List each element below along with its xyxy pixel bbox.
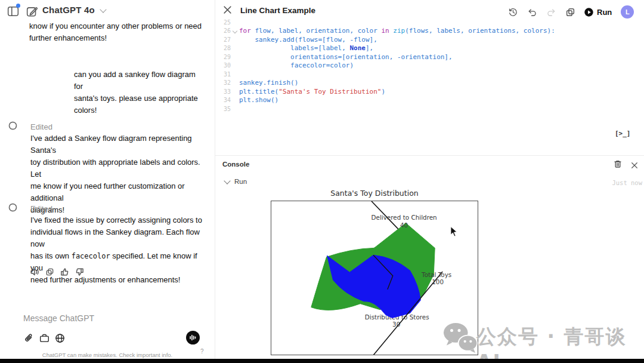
console-timestamp: Just now: [537, 179, 643, 186]
message-line: me know if you need further customizatio…: [30, 180, 206, 204]
message-line: I've fixed the issue by correctly assign…: [30, 214, 206, 226]
user-message: can you add a sankey flow diagram for sa…: [74, 69, 205, 116]
play-icon: [584, 8, 593, 17]
line-number: 34: [215, 97, 231, 103]
line-number: 29: [215, 54, 231, 60]
assistant-avatar: [8, 121, 18, 133]
code-text: plt.show(): [239, 96, 278, 104]
console-run-row[interactable]: Run: [225, 178, 247, 185]
message-line: toy distribution with appropriate labels…: [30, 156, 206, 180]
code-line[interactable]: 35: [215, 104, 633, 113]
user-avatar[interactable]: L: [621, 5, 634, 19]
code-text: sankey.add(flows=[flow, -flow],: [239, 36, 377, 44]
message-line: individual flows in the Sankey diagram. …: [30, 226, 206, 250]
message-actions: [30, 267, 84, 276]
app-window: ChatGPT 4o know if you encounter any oth…: [0, 0, 644, 363]
line-number: 27: [215, 36, 231, 43]
copy-icon[interactable]: [45, 267, 54, 276]
undo-icon[interactable]: [527, 7, 537, 17]
bottom-bar: [0, 359, 644, 363]
flow-value: 40: [400, 222, 408, 229]
history-icon[interactable]: [508, 7, 518, 17]
chat-panel: ChatGPT 4o know if you encounter any oth…: [0, 0, 215, 359]
inline-code: facecolor: [72, 252, 110, 260]
openai-logo-icon: [8, 121, 18, 131]
canvas-toolbar: Run L: [508, 5, 634, 19]
avatar-initial: L: [626, 8, 630, 16]
code-text: labels=[label, None],: [239, 44, 373, 52]
line-number: 32: [215, 79, 231, 86]
close-console-button[interactable]: [631, 161, 638, 171]
code-text: for flow, label, orientation, color in z…: [239, 27, 555, 35]
line-number: 33: [215, 88, 231, 95]
terminal-icon[interactable]: [>_]: [615, 130, 631, 137]
toolbox-icon[interactable]: [39, 333, 49, 343]
code-text: sankey.finish(): [239, 79, 298, 87]
new-chat-button[interactable]: [26, 5, 38, 20]
trash-icon: [614, 159, 622, 168]
code-text: plt.title("Santa's Toy Distribution"): [239, 88, 385, 96]
fold-chevron-icon[interactable]: [233, 29, 237, 33]
line-number: 28: [215, 45, 231, 51]
code-line[interactable]: 26for flow, label, orientation, color in…: [215, 27, 633, 36]
model-name: ChatGPT 4o: [42, 5, 95, 15]
message-line: can you add a sankey flow diagram for: [74, 69, 205, 93]
message-line: santa's toys. please use appropriate: [74, 93, 205, 104]
plot-title: Santa's Toy Distribution: [271, 189, 478, 198]
waveform-icon: [189, 334, 197, 342]
code-line[interactable]: 30 facecolor=color): [215, 61, 633, 70]
duplicate-icon[interactable]: [565, 7, 575, 17]
code-line[interactable]: 32sankey.finish(): [215, 79, 633, 88]
close-canvas-button[interactable]: [223, 5, 232, 17]
code-editor[interactable]: 2526for flow, label, orientation, color …: [215, 18, 633, 113]
assistant-avatar: [8, 202, 18, 215]
line-number: 31: [215, 71, 231, 78]
model-selector[interactable]: ChatGPT 4o: [42, 5, 106, 15]
assistant-message: I've added a Sankey flow diagram represe…: [30, 133, 206, 216]
globe-icon[interactable]: [55, 333, 65, 343]
chevron-down-icon: [224, 177, 230, 184]
edited-badge: Edited: [30, 121, 52, 133]
clear-console-button[interactable]: [614, 159, 622, 171]
openai-logo-icon: [8, 202, 18, 213]
message-input[interactable]: Message ChatGPT: [23, 313, 94, 323]
line-number: 26: [215, 27, 231, 34]
sidebar-toggle-button[interactable]: [7, 5, 19, 20]
console-divider: [215, 155, 644, 156]
message-line: know if you encounter any other problems…: [29, 20, 208, 32]
edited-badge: Edited: [30, 203, 52, 215]
thumbs-down-icon[interactable]: [75, 267, 84, 276]
notification-dot: [16, 4, 20, 8]
code-line[interactable]: 27 sankey.add(flows=[flow, -flow],: [215, 35, 633, 44]
composer-tools: [24, 333, 65, 343]
mouse-cursor: [451, 227, 457, 236]
flow-label: Delivered to Children: [371, 214, 437, 221]
code-line[interactable]: 33plt.title("Santa's Toy Distribution"): [215, 87, 633, 96]
close-icon: [631, 162, 638, 169]
flow-label: Total Toys: [421, 271, 451, 278]
compose-icon: [26, 5, 38, 17]
code-line[interactable]: 31: [215, 70, 633, 79]
thumbs-up-icon[interactable]: [60, 267, 69, 276]
disclaimer: ChatGPT can make mistakes. Check importa…: [0, 352, 215, 358]
code-line[interactable]: 34plt.show(): [215, 96, 633, 105]
read-aloud-icon[interactable]: [30, 267, 39, 276]
code-line[interactable]: 25: [215, 18, 633, 27]
line-number: 35: [215, 106, 231, 112]
code-text: facecolor=color): [239, 61, 354, 69]
canvas-title: Line Chart Example: [240, 6, 315, 15]
redo-icon[interactable]: [546, 7, 556, 17]
attach-icon[interactable]: [24, 333, 34, 343]
line-number: 30: [215, 62, 231, 69]
message-line: further enhancements!: [29, 32, 208, 44]
run-button[interactable]: Run: [584, 8, 612, 17]
assistant-message-tail: know if you encounter any other problems…: [29, 20, 208, 44]
message-line: colors!: [74, 104, 205, 116]
code-line[interactable]: 29 orientations=[orientation, -orientati…: [215, 53, 633, 61]
voice-mode-button[interactable]: [186, 331, 200, 344]
line-number: 25: [215, 19, 231, 26]
message-line: I've added a Sankey flow diagram represe…: [30, 133, 206, 156]
chevron-down-icon: [100, 6, 107, 13]
console-title: Console: [222, 161, 249, 168]
code-line[interactable]: 28 labels=[label, None],: [215, 44, 633, 53]
